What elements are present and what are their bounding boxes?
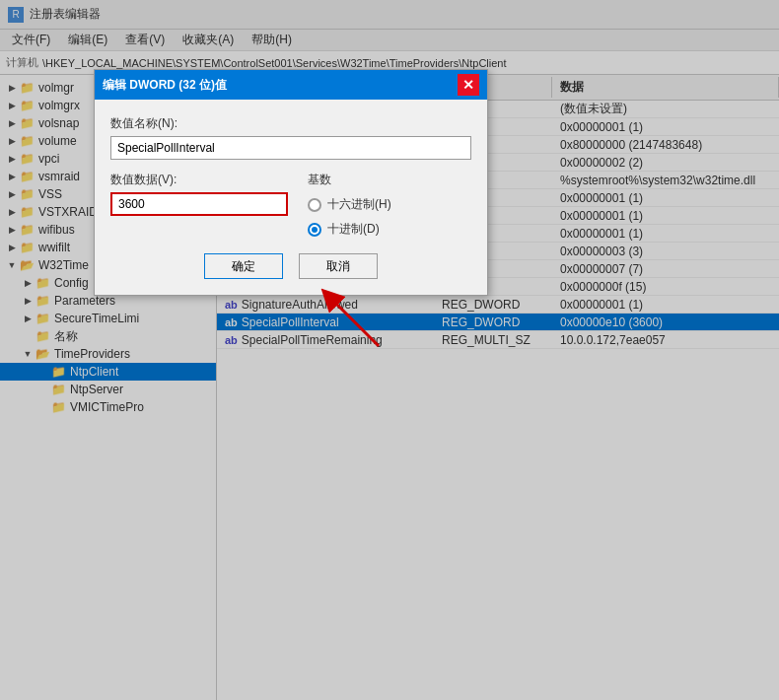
radio-hex-label: 十六进制(H) bbox=[327, 196, 391, 213]
base-label: 基数 bbox=[308, 172, 471, 188]
radio-hex[interactable]: 十六进制(H) bbox=[308, 196, 471, 213]
dialog-close-button[interactable]: ✕ bbox=[458, 74, 479, 96]
name-input[interactable] bbox=[110, 136, 471, 160]
radio-group: 十六进制(H) 十进制(D) bbox=[308, 196, 471, 238]
value-input-wrapper bbox=[110, 192, 288, 216]
radio-dec-circle bbox=[308, 223, 321, 237]
dword-edit-dialog: 编辑 DWORD (32 位)值 ✕ 数值名称(N): 数值数据(V): 基数 bbox=[94, 69, 488, 296]
svg-line-0 bbox=[329, 297, 379, 346]
ok-button[interactable]: 确定 bbox=[204, 253, 283, 279]
cancel-button[interactable]: 取消 bbox=[299, 253, 378, 279]
dialog-title-bar: 编辑 DWORD (32 位)值 ✕ bbox=[95, 70, 487, 100]
form-left: 数值数据(V): bbox=[110, 172, 288, 238]
dialog-title: 编辑 DWORD (32 位)值 bbox=[103, 77, 227, 94]
name-label: 数值名称(N): bbox=[110, 115, 471, 132]
form-row: 数值数据(V): 基数 十六进制(H) 十进制(D) bbox=[110, 172, 471, 238]
data-label: 数值数据(V): bbox=[110, 172, 288, 188]
value-input[interactable] bbox=[110, 192, 288, 216]
radio-dec[interactable]: 十进制(D) bbox=[308, 221, 471, 238]
dialog-body: 数值名称(N): 数值数据(V): 基数 十六进制(H) bbox=[95, 100, 487, 295]
dialog-buttons: 确定 取消 bbox=[110, 253, 471, 279]
red-arrow-annotation bbox=[310, 287, 389, 356]
radio-dec-label: 十进制(D) bbox=[327, 221, 380, 238]
radio-hex-circle bbox=[308, 198, 321, 212]
form-right: 基数 十六进制(H) 十进制(D) bbox=[308, 172, 471, 238]
dialog-overlay: 编辑 DWORD (32 位)值 ✕ 数值名称(N): 数值数据(V): 基数 bbox=[0, 0, 779, 700]
